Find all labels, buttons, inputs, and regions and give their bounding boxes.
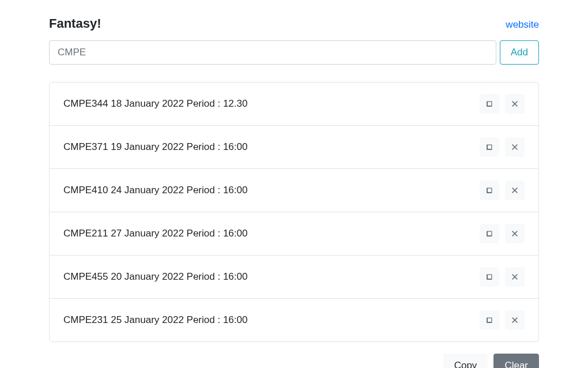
item-text: CMPE231 25 January 2022 Period : 16:00 — [63, 314, 247, 326]
checkbox-icon[interactable] — [480, 94, 499, 114]
item-text: CMPE410 24 January 2022 Period : 16:00 — [63, 185, 247, 196]
page-title: Fantasy! — [49, 16, 101, 31]
website-link[interactable]: website — [506, 19, 539, 31]
list-item: CMPE371 19 January 2022 Period : 16:00 — [50, 126, 538, 169]
item-actions — [480, 224, 525, 243]
item-list: CMPE344 18 January 2022 Period : 12.30CM… — [49, 82, 539, 342]
clear-button[interactable]: Clear — [493, 354, 539, 368]
item-text: CMPE344 18 January 2022 Period : 12.30 — [63, 98, 247, 110]
close-icon[interactable] — [505, 94, 525, 114]
checkbox-icon[interactable] — [480, 181, 499, 200]
list-item: CMPE211 27 January 2022 Period : 16:00 — [50, 212, 538, 256]
close-icon[interactable] — [505, 310, 525, 330]
list-item: CMPE455 20 January 2022 Period : 16:00 — [50, 256, 538, 299]
item-text: CMPE371 19 January 2022 Period : 16:00 — [63, 141, 247, 153]
item-actions — [480, 94, 525, 114]
item-actions — [480, 181, 525, 200]
checkbox-icon[interactable] — [480, 310, 499, 330]
checkbox-icon[interactable] — [480, 224, 499, 243]
close-icon[interactable] — [505, 137, 525, 157]
item-actions — [480, 310, 525, 330]
checkbox-icon[interactable] — [480, 137, 499, 157]
close-icon[interactable] — [505, 267, 525, 287]
list-item: CMPE410 24 January 2022 Period : 16:00 — [50, 169, 538, 212]
item-text: CMPE455 20 January 2022 Period : 16:00 — [63, 271, 247, 283]
list-item: CMPE344 18 January 2022 Period : 12.30 — [50, 82, 538, 126]
item-actions — [480, 137, 525, 157]
item-text: CMPE211 27 January 2022 Period : 16:00 — [63, 228, 247, 239]
copy-button[interactable]: Copy — [443, 354, 488, 368]
close-icon[interactable] — [505, 224, 525, 243]
item-actions — [480, 267, 525, 287]
add-button[interactable]: Add — [500, 40, 539, 65]
checkbox-icon[interactable] — [480, 267, 499, 287]
close-icon[interactable] — [505, 181, 525, 200]
list-item: CMPE231 25 January 2022 Period : 16:00 — [50, 299, 538, 341]
course-input[interactable] — [49, 40, 496, 65]
